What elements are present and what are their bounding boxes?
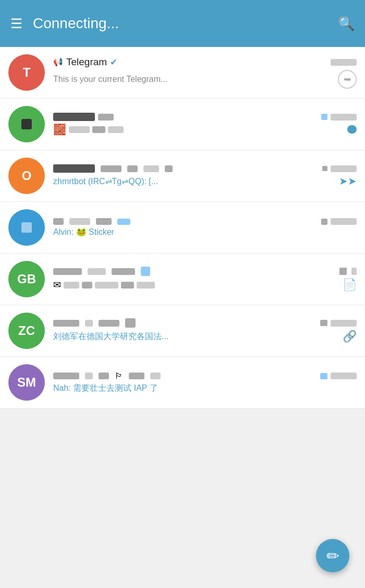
status-dot bbox=[320, 373, 327, 379]
avatar-icon bbox=[21, 222, 32, 233]
chat-item[interactable]: Alvin: 🐸 Sticker bbox=[0, 202, 365, 254]
chat-name-blurred-2 bbox=[98, 114, 114, 121]
chat-name-row bbox=[53, 267, 150, 276]
nb1 bbox=[53, 218, 64, 225]
avatar-letter: O bbox=[22, 169, 32, 183]
chat-content: 🏳 Nah: 需要壮士去测试 IAP 了 bbox=[53, 371, 357, 394]
chat-content: Alvin: 🐸 Sticker bbox=[53, 218, 357, 237]
nb6 bbox=[150, 373, 161, 379]
avatar: T bbox=[8, 54, 45, 91]
chat-item[interactable]: ZC 刘德军在德国大学研究各国法... 🔗 bbox=[0, 305, 365, 357]
chat-bottom-row: This is your current Telegram... ➥ bbox=[53, 70, 357, 89]
nb3 bbox=[96, 218, 112, 225]
forward-button[interactable]: ➥ bbox=[338, 70, 357, 89]
nb3 bbox=[99, 373, 109, 379]
chat-top-row bbox=[53, 318, 357, 328]
chat-item[interactable]: 🧱 ​ bbox=[0, 99, 365, 150]
preview-blurred: 🧱 bbox=[53, 123, 124, 136]
pb1 bbox=[69, 126, 90, 133]
pb4 bbox=[121, 282, 134, 289]
chat-name-row: 🏳 bbox=[53, 371, 161, 381]
chat-preview: zhmrtbot (IRC⇌Tg⇌QQ): [... bbox=[53, 176, 335, 186]
status-dot bbox=[321, 219, 327, 225]
chat-content: 刘德军在德国大学研究各国法... 🔗 bbox=[53, 318, 357, 343]
chat-preview: This is your current Telegram... bbox=[53, 75, 338, 84]
chat-time-blurred bbox=[331, 373, 357, 379]
app-header: ☰ Connecting... 🔍 bbox=[0, 0, 365, 47]
chat-name-row bbox=[53, 318, 136, 328]
nb2 bbox=[69, 218, 90, 225]
nb4 bbox=[141, 267, 150, 276]
status-dot bbox=[320, 320, 327, 326]
status-dot bbox=[322, 166, 327, 171]
nb2 bbox=[85, 320, 93, 327]
chat-item[interactable]: SM 🏳 Nah: 需要壮士去测试 IAP 了 bbox=[0, 357, 365, 409]
attachment-icon: 🔗 bbox=[343, 330, 357, 343]
pb5 bbox=[137, 282, 155, 289]
avatar: ZC bbox=[8, 313, 45, 349]
edit-icon: ✏ bbox=[326, 547, 339, 565]
chat-time-blurred bbox=[331, 165, 357, 172]
emoji-flag: 🏳 bbox=[115, 371, 123, 381]
chat-name-row bbox=[53, 113, 114, 121]
nb5 bbox=[129, 373, 144, 379]
avatar bbox=[8, 209, 45, 246]
chat-content: ✉ 📄 bbox=[53, 267, 357, 292]
chat-bottom-row: zhmrtbot (IRC⇌Tg⇌QQ): [... ➤➤ bbox=[53, 175, 357, 187]
chat-meta-right bbox=[320, 320, 357, 327]
pb1 bbox=[64, 282, 79, 289]
chat-meta-right bbox=[339, 268, 357, 275]
chat-bottom-row: 刘德军在德国大学研究各国法... 🔗 bbox=[53, 330, 357, 343]
search-icon[interactable]: 🔍 bbox=[338, 16, 355, 32]
status-indicator bbox=[321, 114, 327, 120]
header-title: Connecting... bbox=[33, 15, 338, 32]
chat-name-blurred bbox=[53, 113, 95, 121]
chat-meta-right bbox=[322, 165, 357, 172]
avatar-letter: ZC bbox=[18, 323, 35, 338]
menu-icon[interactable]: ☰ bbox=[10, 17, 22, 30]
nb1 bbox=[53, 320, 79, 327]
chat-bottom-row: ✉ 📄 bbox=[53, 278, 357, 292]
chat-name-row bbox=[53, 164, 173, 173]
nb2 bbox=[85, 373, 93, 379]
chat-name-blurred-4 bbox=[143, 165, 159, 172]
chat-time-blurred bbox=[331, 218, 357, 225]
chat-name-row: 📢 Telegram ✔ bbox=[53, 56, 117, 68]
chat-top-row bbox=[53, 218, 357, 225]
nb3 bbox=[99, 320, 119, 327]
chat-name: Telegram bbox=[66, 56, 107, 68]
chat-bottom-row: Nah: 需要壮士去测试 IAP 了 bbox=[53, 383, 357, 394]
attach-meta: 📄 bbox=[343, 278, 357, 292]
chat-name-blurred-2 bbox=[101, 165, 121, 172]
chat-meta-right bbox=[320, 373, 357, 379]
avatar-letter: GB bbox=[17, 272, 36, 286]
chat-meta-right bbox=[331, 59, 357, 66]
chat-top-row: 📢 Telegram ✔ bbox=[53, 56, 357, 68]
pb2 bbox=[82, 282, 92, 289]
compose-fab[interactable]: ✏ bbox=[316, 539, 349, 572]
chat-meta-right bbox=[321, 114, 357, 121]
chat-name-row bbox=[53, 218, 130, 225]
chat-preview: 刘德军在德国大学研究各国法... bbox=[53, 331, 338, 342]
chat-top-row bbox=[53, 164, 357, 173]
avatar: SM bbox=[8, 364, 45, 401]
chat-top-row bbox=[53, 267, 357, 276]
chat-list: T 📢 Telegram ✔ This is your current Tele… bbox=[0, 47, 365, 409]
chat-item[interactable]: GB ✉ bbox=[0, 254, 365, 305]
nb4 bbox=[117, 219, 130, 225]
unread-badge: ​ bbox=[347, 125, 357, 134]
status-dot2 bbox=[351, 268, 357, 275]
pb2 bbox=[92, 126, 105, 133]
chat-preview: Alvin: 🐸 Sticker bbox=[53, 227, 357, 237]
unread-meta: ➤➤ bbox=[339, 175, 357, 187]
chat-time-blurred bbox=[331, 320, 357, 327]
chat-meta-right bbox=[321, 218, 357, 225]
nb1 bbox=[53, 268, 82, 275]
verified-icon: ✔ bbox=[110, 57, 117, 68]
avatar: O bbox=[8, 158, 45, 194]
pb3 bbox=[108, 126, 124, 133]
chat-item[interactable]: O zhmrtbot (IRC⇌Tg⇌QQ): [... bbox=[0, 150, 365, 202]
mute-channel-icon: 📢 bbox=[53, 57, 63, 67]
chat-preview: Nah: 需要壮士去测试 IAP 了 bbox=[53, 383, 357, 394]
chat-item[interactable]: T 📢 Telegram ✔ This is your current Tele… bbox=[0, 47, 365, 99]
